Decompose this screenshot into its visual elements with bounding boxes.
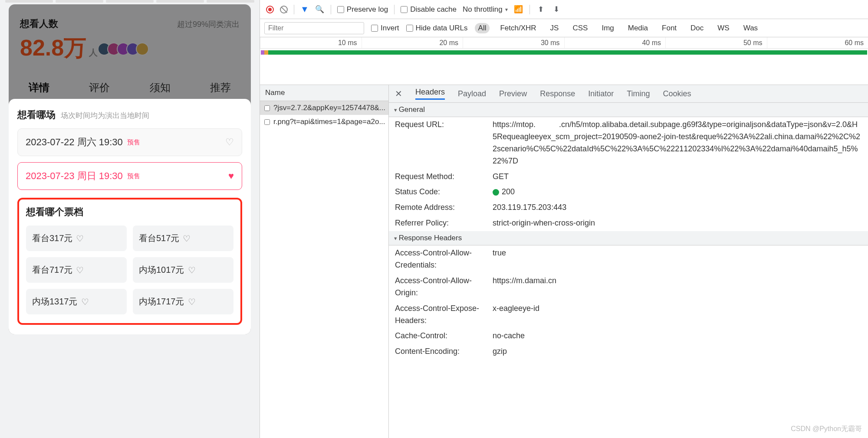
price-option[interactable]: 内场1317元♡ (26, 289, 127, 314)
price-label: 内场1017元 (139, 264, 184, 276)
heart-icon[interactable]: ♡ (76, 265, 84, 275)
price-option[interactable]: 看台317元♡ (26, 226, 127, 251)
tab-review[interactable]: 评价 (69, 81, 130, 95)
type-filter-img[interactable]: Img (598, 23, 617, 33)
price-option[interactable]: 内场1717元♡ (133, 289, 233, 314)
header-value: GET (493, 171, 862, 183)
header-key: Request Method: (395, 171, 493, 183)
devtools-network-panel: ▼ 🔍 Preserve log Disable cache No thrott… (260, 0, 868, 438)
header-value: no-cache (493, 330, 862, 342)
throttling-select[interactable]: No throttling▾ (463, 5, 508, 14)
watch-count-value: 82.8万 人 (20, 33, 240, 63)
request-list-header[interactable]: Name (260, 85, 388, 101)
tab-notice[interactable]: 须知 (130, 81, 191, 95)
header-key: Request URL: (395, 119, 493, 167)
tab-response[interactable]: Response (540, 89, 575, 98)
heart-icon[interactable]: ♡ (183, 233, 191, 244)
filter-icon[interactable]: ▼ (300, 4, 309, 14)
request-list: Name ?jsv=2.7.2&appKey=12574478&... r.pn… (260, 85, 389, 438)
type-filter-media[interactable]: Media (625, 23, 651, 33)
heart-icon[interactable]: ♡ (76, 233, 84, 244)
type-filter-fetch[interactable]: Fetch/XHR (496, 23, 539, 33)
type-filter-css[interactable]: CSS (569, 23, 591, 33)
header-value: true (493, 247, 862, 271)
price-option[interactable]: 看台517元♡ (133, 226, 233, 251)
tab-detail[interactable]: 详情 (9, 81, 69, 95)
tab-headers[interactable]: Headers (415, 88, 445, 100)
tick: 30 ms (463, 37, 564, 48)
price-tier-box: 想看哪个票档 看台317元♡ 看台517元♡ 看台717元♡ 内场1017元♡ … (17, 198, 242, 325)
heart-icon[interactable]: ♡ (188, 265, 196, 275)
session-option[interactable]: 2023-07-22 周六 19:30 预售 ♡ (17, 128, 242, 156)
type-filter-ws[interactable]: WS (714, 23, 733, 33)
invert-checkbox[interactable]: Invert (371, 24, 399, 33)
tab-initiator[interactable]: Initiator (588, 89, 614, 98)
heart-icon[interactable]: ♥ (228, 170, 234, 182)
preserve-log-checkbox[interactable]: Preserve log (337, 5, 388, 14)
presale-tag: 预售 (127, 138, 140, 147)
throttling-label: No throttling (463, 5, 503, 14)
header-row: Referrer Policy:strict-origin-when-cross… (389, 216, 868, 231)
status-dot-icon (493, 189, 499, 196)
tab-timing[interactable]: Timing (627, 89, 650, 98)
price-label: 内场1717元 (139, 296, 184, 307)
general-kv-list: Request URL:https://mtop. .cn/h5/mtop.al… (389, 117, 868, 231)
section-response-headers[interactable]: Response Headers (389, 231, 868, 245)
disable-cache-checkbox[interactable]: Disable cache (401, 5, 457, 14)
type-filter-js[interactable]: JS (547, 23, 562, 33)
type-filter-all[interactable]: All (475, 23, 490, 33)
clear-icon[interactable] (280, 6, 288, 13)
price-title: 想看哪个票档 (26, 206, 233, 219)
heart-icon[interactable]: ♡ (225, 137, 234, 148)
tab-preview[interactable]: Preview (499, 89, 527, 98)
tab-payload[interactable]: Payload (458, 89, 486, 98)
type-filter-font[interactable]: Font (658, 23, 680, 33)
invert-label: Invert (381, 24, 399, 33)
tab-cookies[interactable]: Cookies (663, 89, 691, 98)
heart-icon[interactable]: ♡ (81, 297, 89, 307)
filter-input[interactable] (264, 22, 364, 34)
hide-data-urls-label: Hide data URLs (416, 24, 468, 33)
header-key: Access-Control-Allow-Credentials: (395, 247, 493, 271)
request-row-selected[interactable]: ?jsv=2.7.2&appKey=12574478&... (260, 101, 388, 115)
header-row: Remote Address:203.119.175.203:443 (389, 200, 868, 216)
sheet-subtitle: 场次时间均为演出当地时间 (61, 111, 149, 121)
response-headers-list: Access-Control-Allow-Credentials:trueAcc… (389, 245, 868, 360)
header-value: https://m.damai.cn (493, 275, 862, 299)
timeline-bar (261, 50, 867, 55)
header-value: gzip (493, 346, 862, 358)
download-icon[interactable]: ⬇ (552, 5, 561, 14)
search-icon[interactable]: 🔍 (315, 5, 325, 14)
wifi-icon[interactable]: 📶 (514, 5, 523, 14)
hide-data-urls-checkbox[interactable]: Hide data URLs (406, 24, 468, 33)
type-filter-doc[interactable]: Doc (687, 23, 707, 33)
tab-recommend[interactable]: 推荐 (191, 81, 251, 95)
header-value: x-eagleeye-id (493, 303, 862, 327)
close-icon[interactable]: ✕ (395, 88, 402, 99)
network-timeline[interactable]: 10 ms 20 ms 30 ms 40 ms 50 ms 60 ms (260, 37, 868, 85)
heart-icon[interactable]: ♡ (188, 297, 196, 307)
header-row: Status Code:200 (389, 184, 868, 200)
price-option[interactable]: 看台717元♡ (26, 257, 127, 283)
type-filter-wasm[interactable]: Was (740, 23, 761, 33)
session-option-selected[interactable]: 2023-07-23 周日 19:30 预售 ♥ (17, 162, 242, 190)
session-selection-sheet: 想看哪场 场次时间均为演出当地时间 2023-07-22 周六 19:30 预售… (9, 99, 251, 334)
sheet-title: 想看哪场 (17, 108, 56, 121)
avatar (136, 42, 149, 56)
upload-icon[interactable]: ⬆ (536, 5, 546, 14)
watermark: CSDN @Python无霸哥 (791, 425, 862, 434)
timeline-segment (261, 50, 264, 55)
watch-count-number: 82.8万 (20, 33, 86, 63)
phone-frame: 想看人数 超过99%同类演出 82.8万 人 详情 评价 须知 推荐 想看哪场 … (9, 4, 251, 334)
price-label: 看台317元 (32, 232, 72, 244)
session-datetime: 2023-07-22 周六 19:30 (26, 136, 123, 149)
record-icon[interactable] (266, 6, 274, 13)
preserve-log-label: Preserve log (347, 5, 388, 14)
price-label: 内场1317元 (32, 296, 78, 307)
section-general[interactable]: General (389, 103, 868, 117)
separator (394, 5, 395, 14)
price-option[interactable]: 内场1017元♡ (133, 257, 233, 283)
request-row[interactable]: r.png?t=api&times=1&page=a2o... (260, 115, 388, 129)
request-detail: ✕ Headers Payload Preview Response Initi… (389, 85, 868, 438)
watcher-avatars (101, 42, 149, 56)
